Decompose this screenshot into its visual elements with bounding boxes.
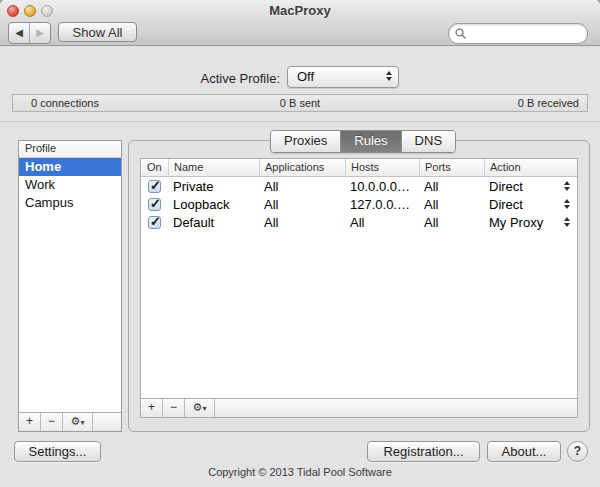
rule-name: Private — [168, 179, 259, 194]
profile-list-header: Profile — [19, 141, 121, 158]
bytes-sent: 0 B sent — [13, 97, 587, 109]
rule-action-value: My Proxy — [489, 215, 543, 230]
column-header-ports[interactable]: Ports — [419, 159, 484, 176]
gear-icon: ⚙ — [71, 415, 81, 427]
add-rule-button[interactable]: + — [141, 399, 163, 417]
active-profile-value: Off — [297, 69, 314, 84]
stepper-up-icon — [564, 181, 570, 185]
help-button[interactable]: ? — [567, 441, 588, 462]
table-header: On Name Applications Hosts Ports Action — [141, 159, 577, 177]
zoom-button — [41, 5, 53, 17]
add-profile-button[interactable]: + — [19, 413, 41, 431]
remove-profile-button[interactable]: − — [41, 413, 63, 431]
back-icon: ◀ — [15, 27, 23, 38]
plus-icon: + — [26, 414, 33, 428]
rule-ports: All — [419, 215, 484, 230]
gear-icon: ⚙ — [193, 401, 203, 413]
registration-button[interactable]: Registration... — [367, 441, 480, 462]
rule-ports: All — [419, 197, 484, 212]
stepper-down-icon — [564, 205, 570, 209]
minimize-button[interactable] — [24, 5, 36, 17]
stepper-down-icon — [564, 187, 570, 191]
rule-enabled-checkbox[interactable]: ✓ — [148, 198, 161, 211]
active-profile-popup[interactable]: Off — [287, 66, 399, 88]
stepper-up-icon — [564, 217, 570, 221]
status-bar: 0 connections 0 B sent 0 B received — [12, 94, 588, 112]
check-icon: ✓ — [150, 196, 161, 211]
rule-action-value: Direct — [489, 197, 523, 212]
rule-action-value: Direct — [489, 179, 523, 194]
rule-applications: All — [259, 179, 345, 194]
show-all-button[interactable]: Show All — [58, 22, 137, 42]
rule-action-popup[interactable]: Direct — [484, 179, 577, 194]
profile-sidebar: Profile Home Work Campus + − ⚙▾ — [18, 140, 122, 432]
check-icon: ✓ — [150, 214, 161, 229]
rule-hosts: 127.0.0.… — [345, 197, 419, 212]
popup-stepper-icon — [386, 71, 392, 81]
sidebar-item-work[interactable]: Work — [19, 176, 121, 194]
rule-enabled-checkbox[interactable]: ✓ — [148, 216, 161, 229]
forward-icon: ▶ — [36, 27, 44, 38]
profile-actions-button[interactable]: ⚙▾ — [63, 413, 93, 431]
plus-icon: + — [148, 400, 155, 414]
back-button[interactable]: ◀ — [9, 23, 30, 43]
popup-stepper-icon — [564, 199, 570, 209]
stepper-up-icon — [564, 199, 570, 203]
macproxy-window: MacProxy ◀ ▶ Show All Active Profile: Of… — [0, 0, 600, 487]
rule-enabled-checkbox[interactable]: ✓ — [148, 180, 161, 193]
popup-stepper-icon — [564, 181, 570, 191]
minus-icon: − — [48, 414, 55, 428]
table-row[interactable]: ✓ Loopback All 127.0.0.… All Direct — [141, 195, 577, 213]
rule-action-popup[interactable]: My Proxy — [484, 215, 577, 230]
sidebar-item-campus[interactable]: Campus — [19, 194, 121, 212]
copyright-text: Copyright © 2013 Tidal Pool Software — [0, 466, 600, 478]
chevron-down-icon: ▾ — [80, 418, 84, 427]
rules-table: On Name Applications Hosts Ports Action … — [140, 158, 578, 418]
popup-stepper-icon — [564, 217, 570, 227]
chevron-down-icon: ▾ — [202, 404, 206, 413]
rule-hosts: 10.0.0.0… — [345, 179, 419, 194]
search-field[interactable] — [448, 23, 588, 44]
tab-rules[interactable]: Rules — [341, 131, 401, 152]
rules-toolbar: + − ⚙▾ — [141, 398, 577, 417]
bytes-received: 0 B received — [518, 97, 579, 109]
table-row[interactable]: ✓ Private All 10.0.0.0… All Direct — [141, 177, 577, 195]
rule-name: Default — [168, 215, 259, 230]
stepper-down-icon — [564, 223, 570, 227]
settings-button[interactable]: Settings... — [14, 441, 101, 462]
rule-actions-button[interactable]: ⚙▾ — [185, 399, 215, 417]
section-divider — [0, 121, 600, 122]
sidebar-item-home[interactable]: Home — [19, 158, 121, 176]
tab-dns[interactable]: DNS — [402, 131, 455, 152]
minus-icon: − — [170, 400, 177, 414]
tab-proxies[interactable]: Proxies — [271, 131, 341, 152]
column-header-action[interactable]: Action — [484, 159, 577, 176]
column-header-name[interactable]: Name — [168, 159, 259, 176]
rule-name: Loopback — [168, 197, 259, 212]
title-bar: MacProxy ◀ ▶ Show All — [0, 0, 600, 46]
rule-ports: All — [419, 179, 484, 194]
search-input[interactable] — [466, 26, 587, 41]
nav-button-group: ◀ ▶ — [8, 22, 51, 44]
column-header-applications[interactable]: Applications — [259, 159, 345, 176]
stepper-up-icon — [386, 71, 392, 75]
column-header-hosts[interactable]: Hosts — [345, 159, 419, 176]
active-profile-label: Active Profile: — [0, 71, 280, 86]
tab-bar: Proxies Rules DNS — [270, 130, 456, 153]
check-icon: ✓ — [150, 178, 161, 193]
search-icon — [455, 28, 466, 39]
window-title: MacProxy — [60, 3, 540, 18]
remove-rule-button[interactable]: − — [163, 399, 185, 417]
column-header-on[interactable]: On — [141, 159, 168, 176]
sidebar-toolbar: + − ⚙▾ — [19, 412, 121, 431]
stepper-down-icon — [386, 77, 392, 81]
rule-hosts: All — [345, 215, 419, 230]
rule-applications: All — [259, 215, 345, 230]
close-button[interactable] — [7, 5, 19, 17]
table-row[interactable]: ✓ Default All All All My Proxy — [141, 213, 577, 231]
rule-action-popup[interactable]: Direct — [484, 197, 577, 212]
forward-button[interactable]: ▶ — [30, 23, 50, 43]
rule-applications: All — [259, 197, 345, 212]
about-button[interactable]: About... — [487, 441, 561, 462]
